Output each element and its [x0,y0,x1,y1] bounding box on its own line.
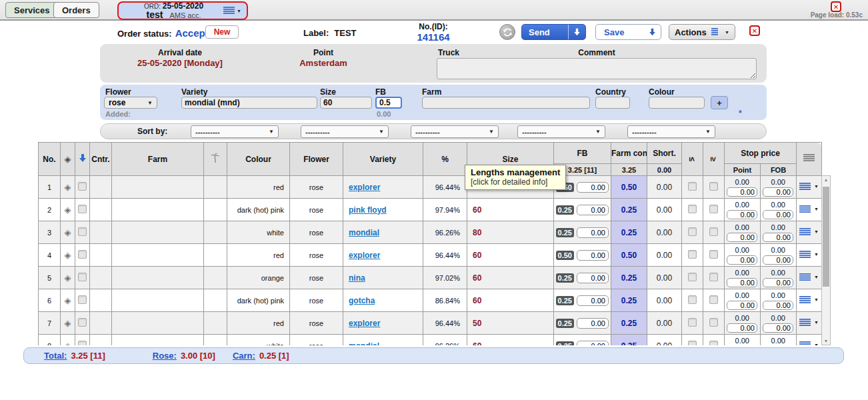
variety-link[interactable]: explorer [349,183,380,192]
size-input[interactable] [320,97,372,109]
col-fb[interactable]: FB [554,143,611,164]
row-checkbox[interactable] [78,273,87,281]
sort-select-5[interactable]: ---------- ▼ [627,125,715,138]
fb-input[interactable] [375,97,402,109]
stop-point-input[interactable] [727,255,757,265]
size-cell[interactable]: 60 [467,289,554,312]
sort-select-3[interactable]: ---------- ▼ [411,125,499,138]
farm-cell[interactable] [112,267,204,289]
row-box-cell[interactable]: ◈ [61,176,75,199]
row-menu-button[interactable]: ▼ [799,319,819,327]
services-button[interactable]: Services [5,2,59,18]
new-status-button[interactable]: New [205,25,239,39]
flower-select[interactable]: rose ▼ [104,97,157,109]
row-checkbox[interactable] [78,295,87,304]
stop-fob-input[interactable] [763,278,793,287]
fb-badge[interactable]: 0.25 [556,205,574,215]
close-page-icon[interactable]: ✕ [831,1,841,12]
lte-checkbox[interactable] [688,295,697,304]
size-cell[interactable]: 50 [467,312,554,335]
gte-checkbox[interactable] [709,205,718,213]
col-no[interactable]: No. [39,143,61,176]
fb-badge[interactable]: 0.25 [556,319,574,328]
stop-fob-input[interactable] [763,233,793,242]
point-value[interactable]: Amsterdam [287,58,360,68]
current-order-selector[interactable]: ORD: 25-05-2020 testAMS acc. ▼ [117,1,248,20]
fb-row-input[interactable] [577,205,609,215]
col-box-icon[interactable]: ◈ [61,143,75,176]
stop-point-input[interactable] [727,301,757,310]
stop-point-input[interactable] [727,187,757,197]
gte-checkbox[interactable] [709,341,718,345]
col-flower[interactable]: Flower [290,143,343,176]
row-box-cell[interactable]: ◈ [61,244,75,267]
fb-row-input[interactable] [577,295,609,306]
col-stop-fob[interactable]: FOB [761,164,797,176]
row-menu-button[interactable]: ▼ [799,205,819,213]
arrival-date-value[interactable]: 25-05-2020 [Monday] [117,58,243,68]
send-dropdown-arrow-icon[interactable] [568,25,585,39]
country-input[interactable] [595,97,630,109]
variety-link[interactable]: explorer [349,319,380,328]
fb-badge[interactable]: 0.50 [556,251,574,260]
col-short[interactable]: Short. [647,143,682,164]
lte-checkbox[interactable] [688,273,697,281]
variety-link[interactable]: mondial [349,341,379,346]
fb-row-input[interactable] [577,227,609,238]
col-stop-price[interactable]: Stop price [725,143,797,164]
colour-input[interactable] [649,97,705,109]
stop-fob-input[interactable] [763,187,793,197]
fb-row-input[interactable] [577,273,609,283]
col-tropical[interactable] [204,143,227,176]
row-box-cell[interactable]: ◈ [61,289,75,312]
col-variety[interactable]: Variety [343,143,423,176]
farm-cell[interactable] [112,244,204,267]
refresh-button[interactable] [499,24,515,40]
size-cell[interactable]: 80 [467,221,554,244]
scroll-down-icon[interactable]: ▼ [822,339,830,343]
col-farm[interactable]: Farm [112,143,204,176]
farm-cell[interactable] [112,221,204,244]
fb-row-input[interactable] [577,318,609,329]
fb-badge[interactable]: 0.25 [556,341,574,346]
row-checkbox[interactable] [78,227,87,236]
size-cell[interactable]: 60 [467,244,554,267]
row-menu-button[interactable]: ▼ [799,228,819,236]
save-button[interactable]: Save [595,24,661,40]
stop-fob-input[interactable] [763,210,793,219]
stop-point-input[interactable] [727,278,757,287]
stop-point-input[interactable] [727,233,757,242]
col-stop-point[interactable]: Point [725,164,761,176]
order-menu-icon[interactable] [223,7,235,15]
fb-row-input[interactable] [577,341,609,346]
variety-input[interactable] [181,97,317,109]
stop-fob-input[interactable] [763,301,793,310]
lte-checkbox[interactable] [688,341,697,345]
fb-badge[interactable]: 0.25 [556,228,574,237]
comment-input[interactable] [437,58,757,79]
stop-point-input[interactable] [727,323,757,333]
col-lte[interactable]: ≤ [682,143,703,176]
send-button[interactable]: Send [521,24,586,40]
add-row-button[interactable]: + [711,96,728,109]
gte-checkbox[interactable] [709,295,718,304]
farm-cell[interactable] [112,199,204,221]
gte-checkbox[interactable] [709,318,718,327]
scroll-up-icon[interactable]: ▲ [822,177,830,182]
variety-link[interactable]: nina [349,273,365,283]
col-gte[interactable]: ≥ [703,143,725,176]
row-box-cell[interactable]: ◈ [61,312,75,335]
row-menu-button[interactable]: ▼ [799,273,819,281]
sort-select-4[interactable]: ---------- ▼ [517,125,605,138]
gte-checkbox[interactable] [709,250,718,259]
variety-link[interactable]: pink floyd [349,205,387,215]
size-cell[interactable]: 60 [467,267,554,289]
row-menu-button[interactable]: ▼ [799,296,819,304]
fb-row-input[interactable] [577,250,609,261]
col-percent[interactable]: % [423,143,467,176]
lte-checkbox[interactable] [688,227,697,236]
lte-checkbox[interactable] [688,250,697,259]
row-menu-button[interactable]: ▼ [799,183,819,191]
col-menu[interactable] [797,143,822,176]
row-checkbox[interactable] [78,341,87,345]
